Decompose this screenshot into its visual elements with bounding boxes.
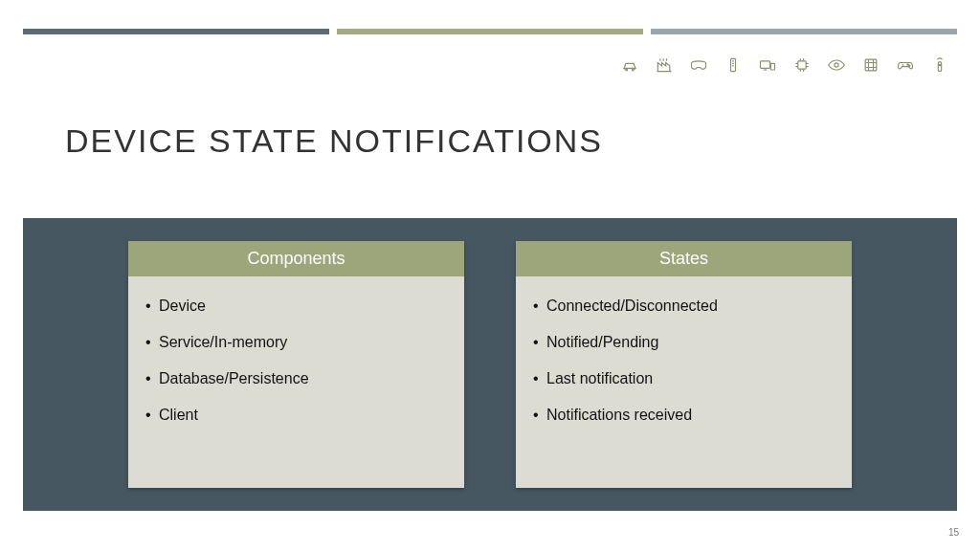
svg-rect-7 xyxy=(865,59,877,71)
card-header: States xyxy=(516,241,852,276)
slide-title: DEVICE STATE NOTIFICATIONS xyxy=(65,122,603,160)
svg-rect-5 xyxy=(798,61,806,69)
accent-bar-1 xyxy=(23,29,329,34)
svg-point-9 xyxy=(909,65,910,66)
vr-headset-icon xyxy=(689,55,708,78)
svg-rect-4 xyxy=(770,63,774,70)
list-item: Connected/Disconnected xyxy=(533,288,835,324)
card-body: Connected/Disconnected Notified/Pending … xyxy=(516,276,852,488)
icon-row xyxy=(620,55,949,78)
svg-point-11 xyxy=(939,64,940,65)
factory-icon xyxy=(655,55,674,78)
server-icon xyxy=(724,55,743,78)
card-states: States Connected/Disconnected Notified/P… xyxy=(516,241,852,488)
devices-icon xyxy=(758,55,777,78)
svg-point-1 xyxy=(633,69,635,71)
list-item: Notified/Pending xyxy=(533,324,835,361)
svg-point-6 xyxy=(835,63,838,67)
accent-bar-2 xyxy=(337,29,643,34)
card-body: Device Service/In-memory Database/Persis… xyxy=(128,276,464,488)
svg-point-0 xyxy=(626,69,628,71)
accent-bar-3 xyxy=(651,29,957,34)
card-components: Components Device Service/In-memory Data… xyxy=(128,241,464,488)
list-item: Database/Persistence xyxy=(145,361,447,397)
card-header: Components xyxy=(128,241,464,276)
list-item: Service/In-memory xyxy=(145,324,447,361)
list-item: Notifications received xyxy=(533,397,835,433)
cards-row: Components Device Service/In-memory Data… xyxy=(23,218,957,511)
list-item: Client xyxy=(145,397,447,433)
svg-point-8 xyxy=(907,64,908,65)
content-panel: Components Device Service/In-memory Data… xyxy=(23,218,957,511)
gamepad-icon xyxy=(896,55,915,78)
accent-bars xyxy=(0,0,980,34)
list-item: Last notification xyxy=(533,361,835,397)
svg-rect-3 xyxy=(761,61,770,69)
page-number: 15 xyxy=(948,527,959,538)
film-icon xyxy=(861,55,880,78)
list-item: Device xyxy=(145,288,447,324)
svg-rect-10 xyxy=(938,62,941,72)
car-icon xyxy=(620,55,639,78)
chip-icon xyxy=(792,55,812,78)
remote-icon xyxy=(930,55,949,78)
slide: DEVICE STATE NOTIFICATIONS Components De… xyxy=(0,0,980,551)
eye-icon xyxy=(827,55,846,78)
